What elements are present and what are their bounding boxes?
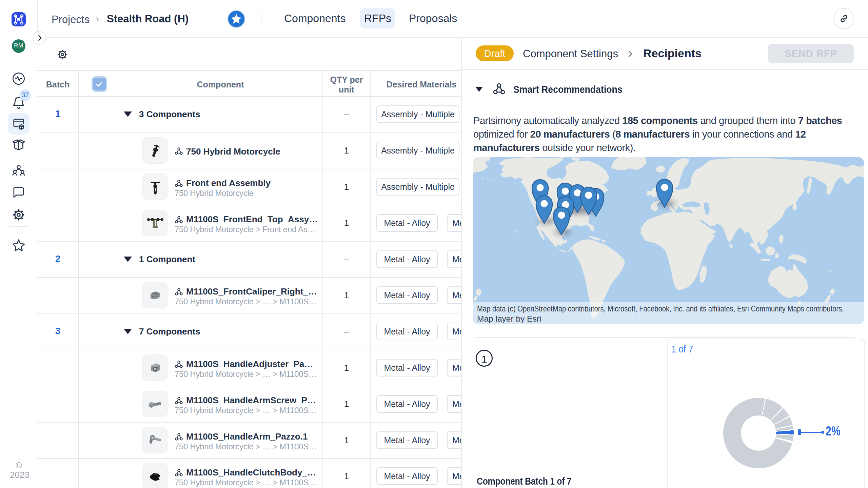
svg-text:Map layer by Esri: Map layer by Esri: [477, 314, 541, 323]
svg-text:Map data (c) OpenStreetMap con: Map data (c) OpenStreetMap contributors,…: [477, 304, 844, 313]
